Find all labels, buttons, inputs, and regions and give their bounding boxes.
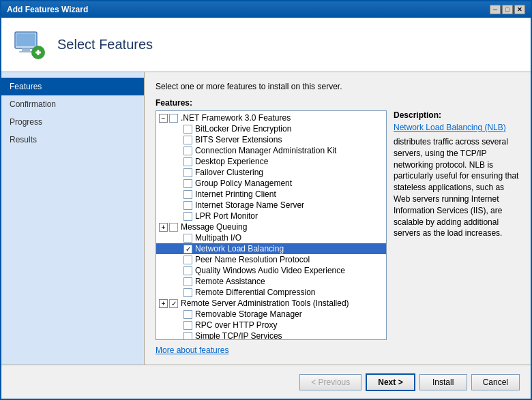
cancel-button[interactable]: Cancel bbox=[471, 374, 520, 390]
feature-item-msmq[interactable]: +Message Queuing bbox=[156, 221, 386, 232]
maximize-button[interactable]: □ bbox=[502, 5, 513, 14]
feature-item-tcpip[interactable]: Simple TCP/IP Services bbox=[156, 330, 386, 340]
checkbox-bitlocker[interactable] bbox=[183, 125, 192, 134]
features-list: −.NET Framework 3.0 FeaturesBitLocker Dr… bbox=[156, 111, 386, 340]
wizard-header: Select Features bbox=[1, 18, 531, 72]
wizard-window: Add Features Wizard ─ □ ✕ Select Feature… bbox=[0, 0, 532, 400]
feature-label-remoteassist: Remote Assistance bbox=[195, 277, 265, 286]
checkbox-rsm[interactable] bbox=[183, 310, 192, 319]
feature-item-dotnet[interactable]: −.NET Framework 3.0 Features bbox=[156, 112, 386, 123]
features-list-container[interactable]: −.NET Framework 3.0 FeaturesBitLocker Dr… bbox=[156, 110, 387, 340]
close-button[interactable]: ✕ bbox=[514, 5, 525, 14]
minimize-button[interactable]: ─ bbox=[490, 5, 501, 14]
feature-item-desktop[interactable]: Desktop Experience bbox=[156, 156, 386, 167]
instruction-text: Select one or more features to install o… bbox=[156, 82, 520, 91]
feature-item-bits[interactable]: BITS Server Extensions bbox=[156, 134, 386, 145]
feature-item-bitlocker[interactable]: BitLocker Drive Encryption bbox=[156, 123, 386, 134]
title-bar-buttons: ─ □ ✕ bbox=[490, 5, 525, 14]
feature-label-connmgr: Connection Manager Administration Kit bbox=[195, 146, 336, 155]
feature-label-failover: Failover Clustering bbox=[195, 168, 263, 177]
wizard-icon bbox=[12, 28, 46, 62]
feature-item-nlb[interactable]: ✓Network Load Balancing bbox=[156, 243, 386, 254]
expand-icon-rsat[interactable]: + bbox=[159, 299, 168, 308]
checkbox-mpio[interactable] bbox=[183, 234, 192, 243]
feature-item-rpchp[interactable]: RPC over HTTP Proxy bbox=[156, 320, 386, 330]
feature-label-lpr: LPR Port Monitor bbox=[195, 211, 258, 221]
more-about-features-link[interactable]: More about features bbox=[156, 345, 520, 355]
feature-label-grouppolicy: Group Policy Management bbox=[195, 179, 292, 188]
feature-label-msmq: Message Queuing bbox=[181, 222, 247, 232]
features-and-desc: −.NET Framework 3.0 FeaturesBitLocker Dr… bbox=[156, 110, 520, 340]
checkbox-ipc[interactable] bbox=[183, 190, 192, 199]
checkbox-isn[interactable] bbox=[183, 201, 192, 210]
checkbox-dotnet[interactable] bbox=[169, 114, 178, 123]
feature-item-lpr[interactable]: LPR Port Monitor bbox=[156, 211, 386, 221]
sidebar-item-results[interactable]: Results bbox=[1, 131, 144, 149]
svg-rect-1 bbox=[16, 33, 35, 46]
checkbox-msmq[interactable] bbox=[169, 223, 178, 232]
feature-item-failover[interactable]: Failover Clustering bbox=[156, 167, 386, 178]
svg-rect-3 bbox=[19, 51, 33, 52]
feature-item-rdc[interactable]: Remote Differential Compression bbox=[156, 287, 386, 298]
sidebar-item-features[interactable]: Features bbox=[1, 78, 144, 95]
sidebar-item-progress[interactable]: Progress bbox=[1, 113, 144, 131]
feature-label-bitlocker: BitLocker Drive Encryption bbox=[195, 124, 291, 134]
feature-label-rdc: Remote Differential Compression bbox=[195, 288, 316, 297]
checkbox-failover[interactable] bbox=[183, 168, 192, 177]
checkbox-tcpip[interactable] bbox=[183, 332, 192, 341]
feature-item-rsat[interactable]: +✓Remote Server Administration Tools (In… bbox=[156, 298, 386, 309]
feature-label-ipc: Internet Printing Client bbox=[195, 189, 276, 199]
window-title: Add Features Wizard bbox=[7, 5, 88, 14]
checkbox-connmgr[interactable] bbox=[183, 147, 192, 155]
description-link[interactable]: Network Load Balancing (NLB) bbox=[394, 123, 520, 132]
sidebar-item-confirmation[interactable]: Confirmation bbox=[1, 95, 144, 113]
next-button[interactable]: Next > bbox=[366, 373, 415, 391]
svg-rect-6 bbox=[38, 50, 40, 55]
feature-label-dotnet: .NET Framework 3.0 Features bbox=[181, 113, 291, 123]
sidebar: FeaturesConfirmationProgressResults bbox=[1, 72, 145, 365]
feature-label-rsat: Remote Server Administration Tools (Inst… bbox=[181, 298, 349, 308]
feature-label-desktop: Desktop Experience bbox=[195, 157, 268, 166]
feature-label-rsm: Removable Storage Manager bbox=[195, 309, 302, 319]
checkbox-qwave[interactable] bbox=[183, 266, 192, 275]
checkbox-remoteassist[interactable] bbox=[183, 277, 192, 286]
feature-label-nlb: Network Load Balancing bbox=[195, 244, 284, 253]
checkbox-desktop[interactable] bbox=[183, 157, 192, 166]
feature-item-rsm[interactable]: Removable Storage Manager bbox=[156, 309, 386, 320]
feature-item-qwave[interactable]: Quality Windows Audio Video Experience bbox=[156, 265, 386, 276]
feature-item-remoteassist[interactable]: Remote Assistance bbox=[156, 276, 386, 287]
checkbox-nlb[interactable]: ✓ bbox=[183, 245, 192, 253]
main-content: FeaturesConfirmationProgressResults Sele… bbox=[1, 72, 531, 365]
expand-icon-dotnet[interactable]: − bbox=[159, 114, 168, 123]
checkbox-rpchp[interactable] bbox=[183, 321, 192, 330]
content-area: Select one or more features to install o… bbox=[145, 72, 531, 365]
install-button[interactable]: Install bbox=[419, 374, 467, 390]
description-label: Description: bbox=[394, 110, 520, 120]
feature-item-pnrp[interactable]: Peer Name Resolution Protocol bbox=[156, 254, 386, 265]
previous-button[interactable]: < Previous bbox=[299, 374, 361, 390]
feature-label-isn: Internet Storage Name Server bbox=[195, 200, 304, 210]
checkbox-lpr[interactable] bbox=[183, 212, 192, 221]
checkbox-rsat[interactable]: ✓ bbox=[169, 299, 178, 308]
checkbox-rdc[interactable] bbox=[183, 288, 192, 297]
features-label: Features: bbox=[156, 98, 520, 108]
feature-item-connmgr[interactable]: Connection Manager Administration Kit bbox=[156, 145, 386, 156]
feature-label-bits: BITS Server Extensions bbox=[195, 135, 282, 144]
description-panel: Description: Network Load Balancing (NLB… bbox=[394, 110, 520, 340]
feature-item-isn[interactable]: Internet Storage Name Server bbox=[156, 200, 386, 211]
feature-label-qwave: Quality Windows Audio Video Experience bbox=[195, 266, 345, 275]
footer: < Previous Next > Install Cancel bbox=[1, 365, 531, 399]
expand-icon-msmq[interactable]: + bbox=[159, 223, 168, 232]
checkbox-grouppolicy[interactable] bbox=[183, 179, 192, 188]
feature-label-rpchp: RPC over HTTP Proxy bbox=[195, 320, 277, 330]
feature-label-tcpip: Simple TCP/IP Services bbox=[195, 331, 282, 340]
checkbox-bits[interactable] bbox=[183, 136, 192, 144]
feature-item-grouppolicy[interactable]: Group Policy Management bbox=[156, 178, 386, 189]
feature-item-ipc[interactable]: Internet Printing Client bbox=[156, 189, 386, 200]
feature-label-mpio: Multipath I/O bbox=[195, 233, 241, 243]
title-bar: Add Features Wizard ─ □ ✕ bbox=[1, 1, 531, 18]
header-title: Select Features bbox=[57, 37, 153, 52]
feature-item-mpio[interactable]: Multipath I/O bbox=[156, 232, 386, 243]
checkbox-pnrp[interactable] bbox=[183, 256, 192, 264]
feature-label-pnrp: Peer Name Resolution Protocol bbox=[195, 255, 310, 264]
